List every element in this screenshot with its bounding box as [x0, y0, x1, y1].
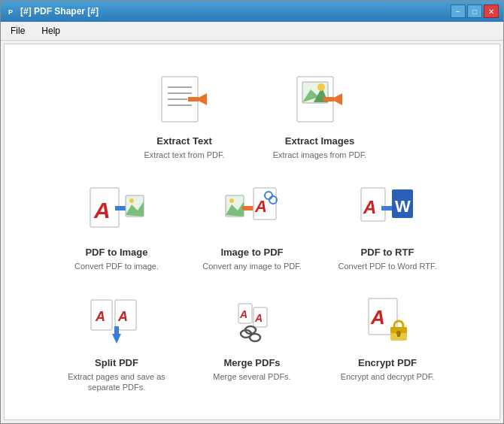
merge-pdfs-desc: Merge several PDFs. — [213, 371, 290, 382]
svg-text:A: A — [117, 309, 128, 324]
svg-point-14 — [317, 83, 325, 91]
svg-rect-36 — [381, 206, 392, 210]
main-window: P [#] PDF Shaper [#] − □ ✕ File Help — [0, 0, 504, 424]
title-controls: − □ ✕ — [451, 5, 499, 18]
image-to-pdf-desc: Convert any image to PDF. — [202, 261, 301, 271]
svg-text:A: A — [254, 197, 267, 216]
extract-text-label: Extract Text — [156, 135, 211, 147]
image-to-pdf-label: Image to PDF — [220, 247, 283, 258]
svg-text:A: A — [254, 312, 263, 324]
file-menu[interactable]: File — [4, 23, 32, 38]
split-pdf-desc: Extract pages and save as separate PDFs. — [63, 371, 170, 393]
extract-images-icon — [290, 71, 350, 131]
pdf-to-rtf-tool[interactable]: A W PDF to RTF Convert PDF to Word RTF. — [327, 175, 448, 278]
tools-row-3: A A Split PDF Extract pages and save as … — [56, 286, 448, 400]
extract-images-label: Extract Images — [285, 135, 355, 147]
close-button[interactable]: ✕ — [484, 5, 499, 18]
svg-text:A: A — [239, 308, 247, 320]
merge-pdfs-icon: A A — [222, 292, 282, 353]
image-to-pdf-tool[interactable]: A Image to PDF Convert any image to PDF. — [192, 175, 312, 278]
svg-rect-16 — [323, 97, 334, 101]
encrypt-pdf-tool[interactable]: A Encrypt PDF Encrypt and decrypt PDF. — [327, 286, 448, 389]
svg-rect-28 — [242, 206, 253, 210]
svg-rect-45 — [114, 326, 119, 337]
svg-text:W: W — [395, 197, 411, 216]
maximize-button[interactable]: □ — [467, 5, 482, 18]
title-bar: P [#] PDF Shaper [#] − □ ✕ — [1, 1, 503, 22]
window-title: [#] PDF Shaper [#] — [20, 6, 99, 17]
split-pdf-label: Split PDF — [95, 357, 138, 368]
pdf-to-rtf-icon: A W — [357, 182, 417, 242]
pdf-to-image-tool[interactable]: A PDF to Image Convert PDF to image. — [56, 175, 177, 278]
extract-images-tool[interactable]: Extract Images Extract images from PDF. — [260, 64, 380, 167]
help-menu[interactable]: Help — [35, 23, 67, 38]
svg-rect-20 — [115, 206, 126, 210]
svg-point-23 — [129, 198, 134, 203]
pdf-to-image-icon: A — [87, 182, 147, 242]
extract-text-icon — [154, 71, 214, 131]
merge-pdfs-tool[interactable]: A A Merge PDFs Merge several PDFs. — [192, 286, 312, 389]
svg-text:P: P — [8, 8, 13, 16]
app-title-icon: P — [5, 5, 17, 17]
pdf-to-rtf-desc: Convert PDF to Word RTF. — [338, 261, 436, 271]
extract-text-desc: Extract text from PDF. — [144, 150, 225, 160]
svg-point-51 — [250, 334, 260, 341]
menu-bar: File Help — [1, 22, 503, 41]
tools-row-1: Extract Text Extract text from PDF. — [124, 64, 380, 167]
svg-text:A: A — [93, 198, 111, 223]
merge-pdfs-label: Merge PDFs — [223, 357, 280, 368]
tools-grid: Extract Text Extract text from PDF. — [56, 64, 448, 399]
pdf-to-image-label: PDF to Image — [85, 247, 147, 258]
svg-text:A: A — [370, 306, 385, 329]
svg-rect-59 — [397, 333, 400, 337]
image-to-pdf-icon: A — [222, 182, 282, 242]
split-pdf-tool[interactable]: A A Split PDF Extract pages and save as … — [56, 286, 177, 400]
minimize-button[interactable]: − — [451, 5, 466, 18]
extract-text-tool[interactable]: Extract Text Extract text from PDF. — [124, 64, 244, 167]
split-pdf-icon: A A — [87, 292, 147, 353]
svg-point-26 — [229, 198, 234, 203]
title-bar-left: P [#] PDF Shaper [#] — [5, 5, 99, 17]
main-content: Extract Text Extract text from PDF. — [4, 44, 500, 420]
svg-rect-9 — [188, 97, 199, 101]
svg-text:A: A — [363, 197, 376, 217]
pdf-to-image-desc: Convert PDF to image. — [74, 261, 159, 271]
pdf-to-rtf-label: PDF to RTF — [361, 247, 414, 258]
extract-images-desc: Extract images from PDF. — [273, 150, 367, 160]
svg-text:A: A — [95, 309, 105, 324]
encrypt-pdf-icon: A — [357, 292, 417, 353]
encrypt-pdf-desc: Encrypt and decrypt PDF. — [341, 371, 435, 382]
tools-row-2: A PDF to Image Convert PDF to image. — [56, 175, 448, 278]
encrypt-pdf-label: Encrypt PDF — [358, 357, 417, 368]
